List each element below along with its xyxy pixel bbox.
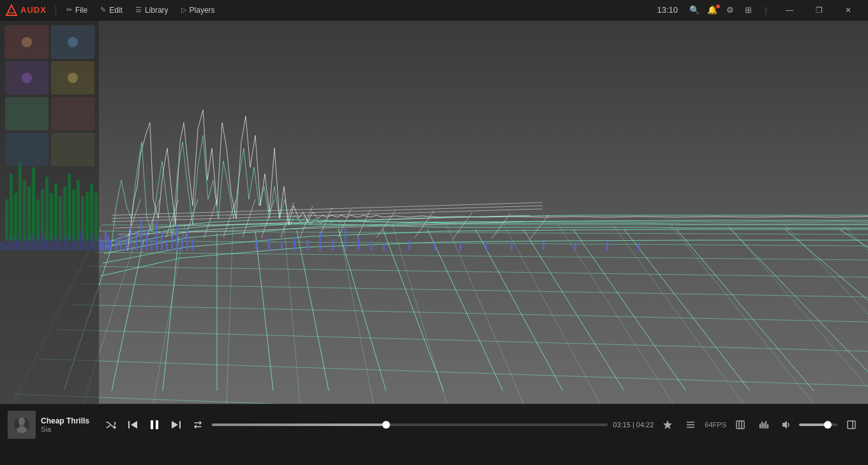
svg-rect-208	[767, 424, 768, 429]
svg-rect-194	[156, 420, 158, 429]
svg-rect-149	[186, 230, 188, 250]
svg-rect-143	[156, 221, 158, 250]
repeat-button[interactable]	[189, 416, 207, 434]
progress-area	[212, 423, 608, 426]
svg-rect-179	[51, 97, 94, 130]
volume-area	[777, 416, 837, 434]
menu-edit[interactable]: ✎ Edit	[94, 3, 129, 17]
album-art-image	[8, 411, 36, 439]
svg-rect-181	[51, 133, 94, 166]
track-artist: Sia	[41, 425, 92, 433]
svg-rect-163	[434, 241, 436, 250]
svg-rect-164	[460, 243, 461, 250]
main-area: Cheap Thrills Sia	[0, 20, 868, 445]
players-icon: ▷	[181, 6, 186, 14]
menu-library[interactable]: ☰ Library	[129, 3, 175, 17]
file-label: File	[75, 6, 87, 15]
shuffle-button[interactable]	[102, 416, 120, 434]
svg-rect-191	[128, 421, 130, 429]
svg-rect-140	[140, 218, 142, 250]
sidebar-toggle-button[interactable]	[842, 416, 860, 434]
svg-rect-201	[737, 421, 744, 429]
progress-bar[interactable]	[212, 423, 608, 426]
players-label: Players	[190, 6, 215, 15]
player-right-controls	[731, 416, 860, 434]
playerbar: Cheap Thrills Sia	[0, 404, 868, 445]
svg-rect-162	[408, 240, 410, 250]
notification-dot	[716, 4, 720, 8]
svg-rect-130	[100, 239, 101, 250]
previous-button[interactable]	[124, 416, 142, 434]
svg-marker-209	[782, 421, 787, 429]
svg-marker-197	[663, 420, 672, 429]
visualization-area	[0, 20, 868, 445]
svg-rect-210	[848, 421, 855, 429]
svg-rect-134	[110, 240, 112, 250]
volume-thumb[interactable]	[824, 421, 832, 429]
svg-point-190	[17, 427, 27, 433]
svg-rect-133	[107, 236, 109, 250]
svg-rect-137	[125, 238, 127, 250]
favorite-button[interactable]	[659, 416, 677, 434]
library-label: Library	[145, 6, 168, 15]
grid-button[interactable]: ⊞	[739, 3, 757, 17]
svg-rect-170	[638, 243, 640, 250]
svg-rect-167	[542, 241, 544, 250]
svg-rect-136	[120, 235, 122, 250]
minimize-button[interactable]: —	[775, 0, 804, 20]
svg-rect-159	[357, 238, 359, 250]
fullscreen-button[interactable]	[731, 416, 749, 434]
play-pause-button[interactable]	[146, 416, 163, 434]
svg-marker-0	[6, 5, 17, 15]
player-controls	[102, 416, 207, 434]
volume-button[interactable]	[777, 416, 795, 434]
svg-rect-138	[130, 226, 132, 250]
svg-rect-156	[319, 231, 321, 250]
svg-rect-178	[5, 97, 49, 130]
progress-fill	[212, 423, 386, 426]
svg-rect-205	[761, 422, 763, 429]
svg-rect-141	[146, 230, 147, 250]
svg-rect-144	[161, 231, 163, 250]
edit-label: Edit	[109, 6, 123, 15]
svg-rect-145	[166, 240, 168, 250]
svg-rect-135	[115, 239, 117, 250]
svg-point-184	[22, 73, 32, 83]
svg-rect-180	[5, 133, 49, 166]
next-button[interactable]	[167, 416, 185, 434]
volume-bar[interactable]	[799, 423, 837, 426]
svg-rect-153	[281, 241, 283, 250]
settings-button[interactable]: ⚙	[721, 3, 739, 17]
close-button[interactable]: ✕	[834, 0, 863, 20]
svg-rect-169	[606, 241, 608, 250]
svg-rect-207	[765, 421, 767, 429]
title-divider	[56, 5, 56, 15]
svg-point-185	[68, 73, 78, 83]
separator-icon: |	[757, 3, 775, 17]
svg-rect-154	[294, 236, 296, 250]
app-name: AUDX	[20, 5, 47, 15]
queue-button[interactable]	[682, 416, 700, 434]
svg-point-183	[68, 37, 78, 47]
svg-rect-168	[574, 243, 576, 250]
svg-rect-142	[151, 238, 153, 250]
notification-button[interactable]: 🔔	[703, 3, 721, 17]
edit-icon: ✎	[100, 6, 106, 14]
svg-rect-206	[763, 423, 765, 429]
menu-file[interactable]: ✏ File	[60, 3, 94, 17]
equalizer-button[interactable]	[754, 416, 772, 434]
svg-rect-160	[370, 241, 372, 250]
visualization-svg	[0, 20, 868, 445]
svg-rect-155	[306, 240, 308, 250]
search-button[interactable]: 🔍	[685, 3, 703, 17]
menu-players[interactable]: ▷ Players	[175, 3, 221, 17]
svg-rect-157	[332, 239, 334, 250]
maximize-button[interactable]: ❐	[804, 0, 834, 20]
svg-rect-150	[191, 239, 193, 250]
svg-marker-192	[131, 421, 137, 429]
progress-thumb[interactable]	[382, 421, 390, 429]
svg-rect-147	[176, 225, 178, 250]
file-icon: ✏	[66, 6, 72, 14]
svg-point-189	[19, 417, 25, 425]
track-name: Cheap Thrills	[41, 416, 92, 425]
